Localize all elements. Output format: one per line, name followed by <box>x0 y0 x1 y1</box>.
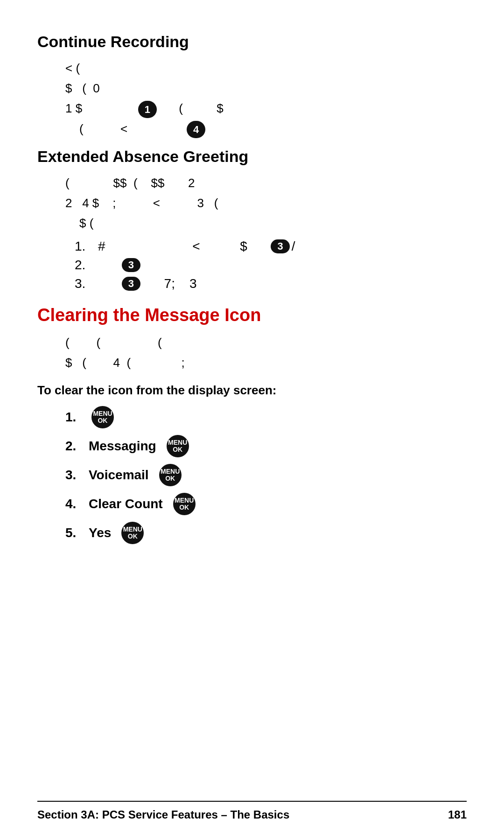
extended-line3: $ ( <box>79 214 467 232</box>
step-1-row: 1. MENU OK <box>65 406 467 428</box>
menu-ok-badge-2: MENU OK <box>167 435 189 457</box>
clearing-desc-line2: $ ( 4 ( ; <box>65 354 467 372</box>
step-5-badge: MENU OK <box>119 522 147 544</box>
badge-3a: 3 <box>271 239 289 253</box>
step-5-row: 5. Yes MENU OK <box>65 522 467 544</box>
badge-1: 1 <box>138 101 157 118</box>
badge-4: 4 <box>187 121 205 138</box>
step-2-label: Messaging <box>89 439 156 454</box>
menu-ok-badge-5: MENU OK <box>121 522 144 544</box>
step-2-badge: MENU OK <box>164 435 192 457</box>
step-3-num: 3. <box>65 468 89 483</box>
clearing-desc-line1: ( ( ( <box>65 334 467 352</box>
extended-item-1: 1. # < $ 3 / <box>75 239 467 254</box>
step-3-badge: MENU OK <box>156 464 184 486</box>
clearing-section: Clearing the Message Icon ( ( ( $ ( 4 ( … <box>37 305 467 544</box>
continue-recording-section: Continue Recording < ( $ ( 0 1 $ 1 ( $ (… <box>37 33 467 138</box>
continue-recording-heading: Continue Recording <box>37 33 467 51</box>
extended-content-1: # < $ 3 / <box>98 239 295 254</box>
menu-ok-badge-1: MENU OK <box>91 406 114 428</box>
footer-right: 181 <box>448 808 467 821</box>
step-4-label: Clear Count <box>89 497 163 511</box>
step-3-label: Voicemail <box>89 468 149 483</box>
extended-num-2: 2. <box>75 258 98 273</box>
step-5-label: Yes <box>89 525 111 540</box>
continue-recording-line3: 1 $ 1 ( $ <box>65 99 467 118</box>
continue-recording-line4: ( < 4 <box>79 120 467 139</box>
extended-content-3: 3 7; 3 <box>98 276 197 291</box>
extended-line1: ( $$ ( $$ 2 <box>65 174 467 192</box>
extended-item-2: 2. 3 <box>75 258 467 273</box>
clearing-instruction: To clear the icon from the display scree… <box>37 383 467 398</box>
step-2-num: 2. <box>65 439 89 454</box>
badge-3b: 3 <box>122 258 140 272</box>
continue-recording-line2: $ ( 0 <box>65 79 467 98</box>
footer-left: Section 3A: PCS Service Features – The B… <box>37 808 289 821</box>
extended-absence-heading: Extended Absence Greeting <box>37 147 467 166</box>
clearing-heading: Clearing the Message Icon <box>37 305 467 325</box>
step-1-num: 1. <box>65 410 89 425</box>
step-4-badge: MENU OK <box>170 493 198 515</box>
step-4-num: 4. <box>65 497 89 511</box>
step-4-row: 4. Clear Count MENU OK <box>65 493 467 515</box>
extended-absence-section: Extended Absence Greeting ( $$ ( $$ 2 2 … <box>37 147 467 291</box>
continue-recording-line1: < ( <box>65 59 467 77</box>
extended-num-1: 1. <box>75 239 98 254</box>
menu-ok-badge-3: MENU OK <box>159 464 182 486</box>
badge-3c: 3 <box>122 277 140 291</box>
extended-item-3: 3. 3 7; 3 <box>75 276 467 291</box>
step-2-row: 2. Messaging MENU OK <box>65 435 467 457</box>
extended-num-3: 3. <box>75 276 98 291</box>
step-1-badge: MENU OK <box>89 406 117 428</box>
step-5-num: 5. <box>65 525 89 540</box>
extended-content-2: 3 <box>98 258 142 273</box>
page-footer: Section 3A: PCS Service Features – The B… <box>37 801 467 821</box>
menu-ok-badge-4: MENU OK <box>173 493 196 515</box>
step-3-row: 3. Voicemail MENU OK <box>65 464 467 486</box>
extended-line2: 2 4 $ ; < 3 ( <box>65 194 467 212</box>
